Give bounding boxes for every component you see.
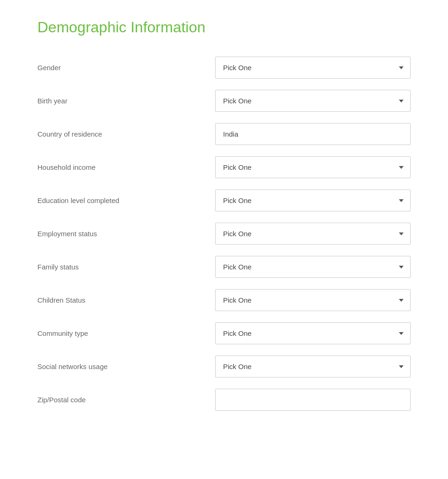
label-household_income: Household income	[37, 163, 215, 171]
label-social_networks_usage: Social networks usage	[37, 363, 215, 370]
form-row-household_income: Household incomePick One	[37, 154, 411, 180]
label-gender: Gender	[37, 64, 215, 72]
label-zip_postal_code: Zip/Postal code	[37, 396, 215, 404]
form-row-education_level: Education level completedPick One	[37, 188, 411, 213]
form-row-social_networks_usage: Social networks usagePick One	[37, 354, 411, 379]
label-children_status: Children Status	[37, 296, 215, 304]
page-title: Demographic Information	[37, 19, 411, 36]
input-country_of_residence[interactable]	[215, 123, 411, 145]
label-education_level: Education level completed	[37, 196, 215, 204]
select-children_status[interactable]: Pick One	[215, 289, 411, 311]
select-gender[interactable]: Pick One	[215, 57, 411, 79]
label-country_of_residence: Country of residence	[37, 130, 215, 138]
form-row-employment_status: Employment statusPick One	[37, 221, 411, 247]
select-social_networks_usage[interactable]: Pick One	[215, 356, 411, 377]
form-row-birth_year: Birth yearPick One	[37, 88, 411, 114]
select-household_income[interactable]: Pick One	[215, 156, 411, 178]
demographic-form: GenderPick OneBirth yearPick OneCountry …	[37, 55, 411, 413]
label-family_status: Family status	[37, 263, 215, 271]
label-employment_status: Employment status	[37, 230, 215, 238]
label-community_type: Community type	[37, 329, 215, 337]
label-birth_year: Birth year	[37, 97, 215, 105]
form-row-family_status: Family statusPick One	[37, 254, 411, 280]
form-row-children_status: Children StatusPick One	[37, 287, 411, 313]
form-row-country_of_residence: Country of residence	[37, 121, 411, 147]
form-row-community_type: Community typePick One	[37, 320, 411, 346]
select-education_level[interactable]: Pick One	[215, 189, 411, 211]
select-birth_year[interactable]: Pick One	[215, 90, 411, 112]
select-employment_status[interactable]: Pick One	[215, 223, 411, 245]
form-row-gender: GenderPick One	[37, 55, 411, 80]
select-family_status[interactable]: Pick One	[215, 256, 411, 278]
form-row-zip_postal_code: Zip/Postal code	[37, 387, 411, 413]
input-zip_postal_code[interactable]	[215, 389, 411, 411]
select-community_type[interactable]: Pick One	[215, 322, 411, 344]
